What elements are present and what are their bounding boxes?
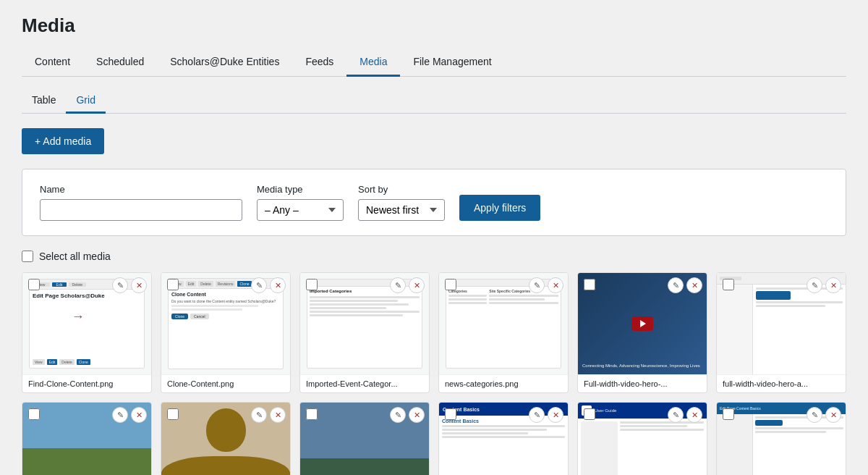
- page-wrapper: Media Content Scheduled Scholars@Duke En…: [0, 0, 868, 475]
- tab-grid[interactable]: Grid: [66, 88, 105, 114]
- delete-icon[interactable]: ✕: [686, 277, 702, 293]
- media-type-field: Media type – Any – Image Video Audio Doc…: [257, 184, 344, 221]
- media-type-select[interactable]: – Any – Image Video Audio Document: [257, 199, 344, 221]
- media-card-actions: ✎ ✕: [668, 407, 702, 423]
- edit-icon[interactable]: ✎: [807, 407, 822, 423]
- media-card-actions: ✎ ✕: [668, 277, 702, 293]
- media-card-actions: ✎ ✕: [529, 407, 563, 423]
- media-card: ✎ ✕ person-photo.png: [161, 402, 291, 475]
- media-card: ✎ ✕ Content Basics Content Basics: [438, 402, 569, 475]
- edit-icon[interactable]: ✎: [251, 277, 267, 293]
- nav-item-content[interactable]: Content: [22, 49, 83, 77]
- media-card-thumbnail[interactable]: ✎ ✕ View Edit Delete Revisions Clone Clo…: [161, 273, 290, 374]
- select-all-row: Select all media: [22, 251, 846, 262]
- media-card-checkbox[interactable]: [306, 408, 318, 420]
- media-card-thumbnail[interactable]: ✎ ✕ Imported Categories: [300, 273, 429, 374]
- media-card-thumbnail[interactable]: ✎ ✕ Categories Site Specific Categorie: [439, 273, 568, 374]
- apply-filters-button[interactable]: Apply filters: [459, 195, 540, 221]
- media-card-name: Clone-Content.png: [161, 374, 290, 392]
- media-card-name: Find-Clone-Content.png: [22, 374, 151, 392]
- media-card-actions: ✎ ✕: [390, 407, 425, 423]
- media-card: ✎ ✕: [716, 272, 846, 393]
- main-nav: Content Scheduled Scholars@Duke Entities…: [22, 49, 846, 77]
- nav-item-feeds[interactable]: Feeds: [292, 49, 346, 77]
- media-card-actions: ✎ ✕: [807, 277, 841, 293]
- sort-by-field: Sort by Newest first Oldest first Name A…: [358, 184, 445, 221]
- media-type-label: Media type: [257, 184, 344, 195]
- edit-icon[interactable]: ✎: [668, 407, 684, 423]
- nav-item-file-management[interactable]: File Management: [400, 49, 504, 77]
- media-card: ✎ ✕ Edit Page Content Basics: [716, 402, 846, 475]
- media-card-actions: ✎ ✕: [529, 277, 563, 293]
- media-card-checkbox[interactable]: [584, 279, 595, 290]
- media-card-actions: ✎ ✕: [112, 407, 147, 423]
- media-card-thumbnail[interactable]: ✎ ✕ Content Basics Content Basics: [439, 403, 568, 475]
- media-card-thumbnail[interactable]: ✎ ✕: [161, 403, 290, 475]
- nav-item-scholars[interactable]: Scholars@Duke Entities: [157, 49, 292, 77]
- media-grid-row2: ✎ ✕ landscape.png ✎ ✕ perso: [22, 402, 846, 475]
- delete-icon[interactable]: ✕: [131, 277, 147, 293]
- media-card-name: full-width-video-hero-a...: [717, 374, 846, 392]
- edit-icon[interactable]: ✎: [529, 277, 545, 293]
- add-media-button[interactable]: + Add media: [22, 128, 104, 154]
- tab-table[interactable]: Table: [22, 88, 66, 114]
- delete-icon[interactable]: ✕: [548, 407, 563, 423]
- delete-icon[interactable]: ✕: [825, 277, 841, 293]
- media-card-thumbnail[interactable]: ✎ ✕: [22, 403, 151, 475]
- media-card-checkbox[interactable]: [306, 279, 318, 290]
- media-card-name: news-categories.png: [439, 374, 568, 392]
- delete-icon[interactable]: ✕: [270, 277, 286, 293]
- media-card-checkbox[interactable]: [167, 408, 179, 420]
- filter-panel: Name Media type – Any – Image Video Audi…: [22, 169, 846, 236]
- media-card-thumbnail[interactable]: ✎ ✕ D User Guide: [578, 403, 707, 475]
- media-card: ✎ ✕ Imported Categories Imp: [299, 272, 430, 393]
- page-title: Media: [22, 14, 846, 37]
- media-card-checkbox[interactable]: [28, 279, 40, 290]
- media-card-thumbnail[interactable]: ✎ ✕: [717, 273, 846, 374]
- sort-by-label: Sort by: [358, 184, 445, 195]
- media-card-checkbox[interactable]: [167, 279, 179, 290]
- delete-icon[interactable]: ✕: [686, 407, 702, 423]
- filter-row: Name Media type – Any – Image Video Audi…: [40, 184, 828, 221]
- media-card: ✎ ✕ Connecting Minds, Advancing Neurosci…: [577, 272, 707, 393]
- media-card-checkbox[interactable]: [723, 279, 734, 290]
- nav-item-scheduled[interactable]: Scheduled: [83, 49, 157, 77]
- edit-icon[interactable]: ✎: [390, 407, 406, 423]
- media-card-checkbox[interactable]: [445, 279, 456, 290]
- media-card-name: Full-width-video-hero-...: [578, 374, 707, 392]
- nav-item-media[interactable]: Media: [346, 49, 400, 77]
- edit-icon[interactable]: ✎: [390, 277, 406, 293]
- edit-icon[interactable]: ✎: [112, 277, 128, 293]
- media-card-checkbox[interactable]: [28, 408, 40, 420]
- media-card-thumbnail[interactable]: ✎ ✕ Connecting Minds, Advancing Neurosci…: [578, 273, 707, 374]
- edit-icon[interactable]: ✎: [529, 407, 545, 423]
- name-filter-label: Name: [40, 184, 242, 195]
- delete-icon[interactable]: ✕: [409, 407, 425, 423]
- delete-icon[interactable]: ✕: [270, 407, 286, 423]
- media-card-thumbnail[interactable]: ✎ ✕ View Edit Delete Edit Page Scholars@…: [22, 273, 151, 374]
- media-card-actions: ✎ ✕: [807, 407, 841, 423]
- select-all-label: Select all media: [39, 251, 111, 262]
- media-card-actions: ✎ ✕: [112, 277, 147, 293]
- media-card-checkbox[interactable]: [445, 408, 456, 420]
- sort-by-select[interactable]: Newest first Oldest first Name A–Z Name …: [358, 199, 445, 221]
- delete-icon[interactable]: ✕: [548, 277, 563, 293]
- delete-icon[interactable]: ✕: [409, 277, 425, 293]
- media-card: ✎ ✕ duke-chapel.png: [299, 402, 430, 475]
- media-grid: ✎ ✕ View Edit Delete Edit Page Scholars@…: [22, 272, 846, 393]
- media-card: ✎ ✕ View Edit Delete Revisions Clone Clo…: [161, 272, 291, 393]
- delete-icon[interactable]: ✕: [131, 407, 147, 423]
- media-card-thumbnail[interactable]: ✎ ✕ Edit Page Content Basics: [717, 403, 846, 475]
- edit-icon[interactable]: ✎: [251, 407, 267, 423]
- sub-nav: Table Grid: [22, 88, 846, 114]
- name-filter-input[interactable]: [40, 199, 242, 221]
- media-card: ✎ ✕ Categories Site Specific Categorie: [438, 272, 569, 393]
- edit-icon[interactable]: ✎: [807, 277, 822, 293]
- delete-icon[interactable]: ✕: [825, 407, 841, 423]
- select-all-checkbox[interactable]: [22, 251, 33, 262]
- media-card-checkbox[interactable]: [723, 408, 734, 420]
- edit-icon[interactable]: ✎: [112, 407, 128, 423]
- edit-icon[interactable]: ✎: [668, 277, 684, 293]
- media-card-checkbox[interactable]: [584, 408, 595, 420]
- media-card-thumbnail[interactable]: ✎ ✕: [300, 403, 429, 475]
